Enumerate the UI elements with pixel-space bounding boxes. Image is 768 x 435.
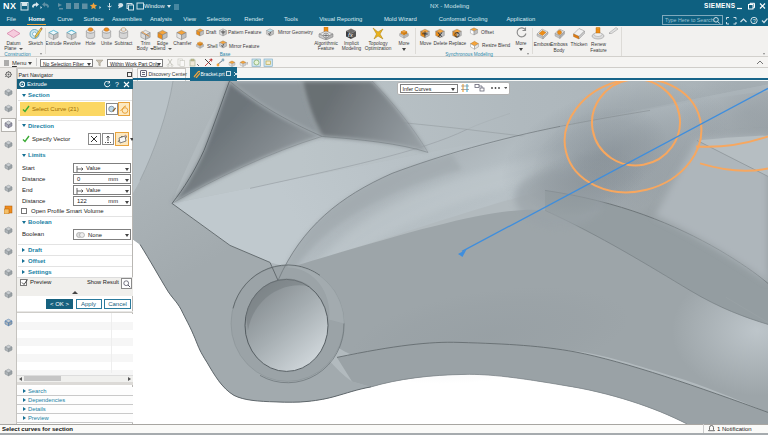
svg-text:?: ? bbox=[115, 81, 119, 88]
svg-text:?: ? bbox=[753, 17, 756, 23]
